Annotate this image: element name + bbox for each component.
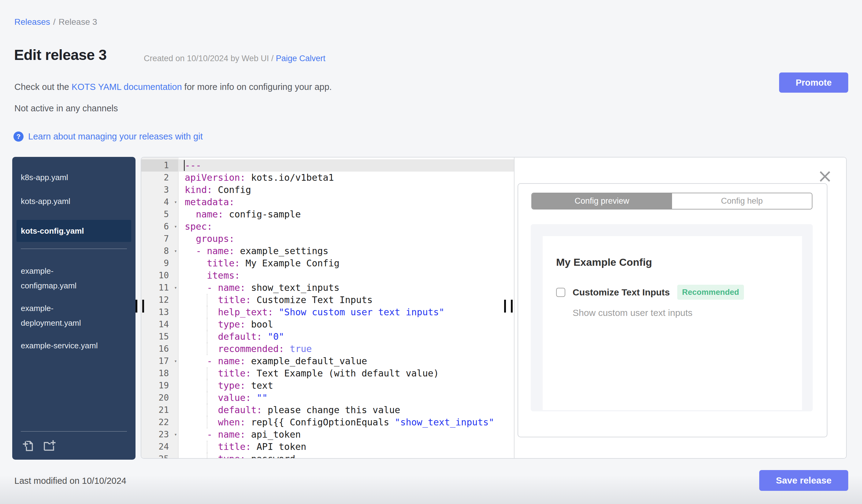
code-line[interactable]: 1--- — [141, 159, 514, 172]
config-item-label[interactable]: Customize Text Inputs — [573, 287, 670, 297]
line-number: 1 — [141, 159, 179, 172]
line-number: 15 — [141, 331, 179, 343]
fold-toggle-icon[interactable]: ▾ — [174, 282, 177, 294]
line-number: 21 — [141, 404, 179, 416]
code-line[interactable]: 14 type: bool — [141, 318, 514, 331]
code-line[interactable]: 19 type: text — [141, 380, 514, 392]
code-line[interactable]: 23▾ - name: api_token — [141, 428, 514, 441]
line-number: 12 — [141, 294, 179, 306]
fold-toggle-icon[interactable]: ▾ — [174, 196, 177, 208]
code-line[interactable]: 10 items: — [141, 269, 514, 282]
editor-resize-handle[interactable] — [504, 300, 513, 313]
git-help-row: ? Learn about managing your releases wit… — [13, 132, 203, 142]
code-text: - name: example_settings — [179, 245, 514, 257]
new-file-icon[interactable] — [21, 438, 36, 453]
code-line[interactable]: 16 recommended: true — [141, 343, 514, 355]
line-number: 2 — [141, 172, 179, 184]
line-number: 4▾ — [141, 196, 179, 208]
code-text: metadata: — [179, 196, 514, 208]
code-text: items: — [179, 269, 514, 282]
tab-config-help[interactable]: Config help — [672, 193, 812, 209]
file-tree-items: k8s-app.yamlkots-app.yamlkots-config.yam… — [21, 172, 127, 353]
docs-hint: Check out the KOTS YAML documentation fo… — [14, 82, 332, 92]
promote-button[interactable]: Promote — [779, 72, 848, 93]
author-link[interactable]: Paige Calvert — [276, 54, 325, 63]
file-tree: k8s-app.yamlkots-app.yamlkots-config.yam… — [12, 157, 135, 460]
file-tree-footer — [21, 431, 127, 460]
config-preview-card: Config preview Config help My Example Co… — [518, 183, 827, 437]
yaml-editor[interactable]: 1---2apiVersion: kots.io/v1beta13kind: C… — [141, 158, 514, 458]
line-number: 14 — [141, 318, 179, 331]
line-number: 7 — [141, 233, 179, 245]
code-text: title: Customize Text Inputs — [179, 294, 514, 306]
code-text: name: config-sample — [179, 208, 514, 221]
file-tree-item[interactable]: k8s-app.yaml — [21, 172, 104, 183]
code-line[interactable]: 8▾ - name: example_settings — [141, 245, 514, 257]
close-icon[interactable]: × — [817, 167, 833, 185]
page-title: Edit release 3 — [14, 47, 107, 63]
code-line[interactable]: 17▾ - name: example_default_value — [141, 355, 514, 367]
code-line[interactable]: 18 title: Text Example (with default val… — [141, 367, 514, 380]
fold-toggle-icon[interactable]: ▾ — [174, 355, 177, 367]
code-text: groups: — [179, 233, 514, 245]
code-line[interactable]: 21 default: please change this value — [141, 404, 514, 416]
breadcrumb-releases-link[interactable]: Releases — [14, 17, 50, 27]
code-line[interactable]: 25 type: password — [141, 453, 514, 458]
line-number: 22 — [141, 416, 179, 428]
recommended-badge: Recommended — [677, 285, 744, 300]
file-tree-item[interactable]: example-configmap.yaml — [21, 264, 104, 293]
code-text: type: password — [179, 453, 514, 458]
new-folder-icon[interactable] — [42, 438, 56, 453]
code-line[interactable]: 22 when: repl{{ ConfigOptionEquals "show… — [141, 416, 514, 428]
line-number: 11▾ — [141, 282, 179, 294]
code-line[interactable]: 13 help_text: "Show custom user text inp… — [141, 306, 514, 318]
line-number: 3 — [141, 184, 179, 196]
line-number: 6▾ — [141, 221, 179, 233]
code-line[interactable]: 24 title: API token — [141, 441, 514, 453]
save-release-button[interactable]: Save release — [759, 470, 848, 491]
file-tree-item[interactable]: kots-app.yaml — [21, 196, 104, 207]
code-text: title: API token — [179, 441, 514, 453]
code-line[interactable]: 3kind: Config — [141, 184, 514, 196]
code-line[interactable]: 5 name: config-sample — [141, 208, 514, 221]
line-number: 20 — [141, 392, 179, 404]
config-render-area: My Example Config Customize Text Inputs … — [531, 224, 813, 411]
code-line[interactable]: 11▾ - name: show_text_inputs — [141, 282, 514, 294]
config-preview-pane: × Config preview Config help My Example … — [514, 158, 846, 458]
breadcrumb-separator: / — [53, 17, 56, 27]
code-line[interactable]: 20 value: "" — [141, 392, 514, 404]
code-line[interactable]: 4▾metadata: — [141, 196, 514, 208]
code-text: apiVersion: kots.io/v1beta1 — [179, 172, 514, 184]
code-line[interactable]: 6▾spec: — [141, 221, 514, 233]
sidebar-resize-handle[interactable] — [135, 300, 144, 313]
code-text: kind: Config — [179, 184, 514, 196]
line-number: 24 — [141, 441, 179, 453]
code-line[interactable]: 2apiVersion: kots.io/v1beta1 — [141, 172, 514, 184]
breadcrumb: Releases/Release 3 — [14, 17, 97, 27]
fold-toggle-icon[interactable]: ▾ — [174, 428, 177, 441]
customize-text-inputs-checkbox[interactable] — [556, 288, 565, 297]
fold-toggle-icon[interactable]: ▾ — [174, 221, 177, 233]
breadcrumb-current: Release 3 — [59, 17, 97, 27]
file-tree-item[interactable]: example-deployment.yaml — [21, 301, 104, 330]
file-tree-item[interactable]: kots-config.yaml — [16, 220, 131, 242]
code-text: - name: show_text_inputs — [179, 282, 514, 294]
file-tree-item[interactable]: example-service.yaml — [21, 338, 104, 353]
code-line[interactable]: 15 default: "0" — [141, 331, 514, 343]
config-group-title: My Example Config — [556, 256, 790, 268]
code-text: help_text: "Show custom user text inputs… — [179, 306, 514, 318]
config-tabs: Config preview Config help — [531, 193, 812, 210]
code-line[interactable]: 12 title: Customize Text Inputs — [141, 294, 514, 306]
git-releases-link[interactable]: Learn about managing your releases with … — [28, 132, 203, 142]
created-text: Created on 10/10/2024 by Web UI / — [144, 54, 276, 63]
config-item-row: Customize Text Inputs Recommended — [556, 285, 790, 300]
kots-docs-link[interactable]: KOTS YAML documentation — [71, 82, 182, 92]
code-text: default: "0" — [179, 331, 514, 343]
code-line[interactable]: 7 groups: — [141, 233, 514, 245]
code-line[interactable]: 9 title: My Example Config — [141, 257, 514, 269]
fold-toggle-icon[interactable]: ▾ — [174, 245, 177, 257]
question-icon[interactable]: ? — [13, 132, 24, 142]
line-number: 5 — [141, 208, 179, 221]
tab-config-preview[interactable]: Config preview — [532, 193, 672, 209]
footer-fade — [0, 475, 862, 504]
